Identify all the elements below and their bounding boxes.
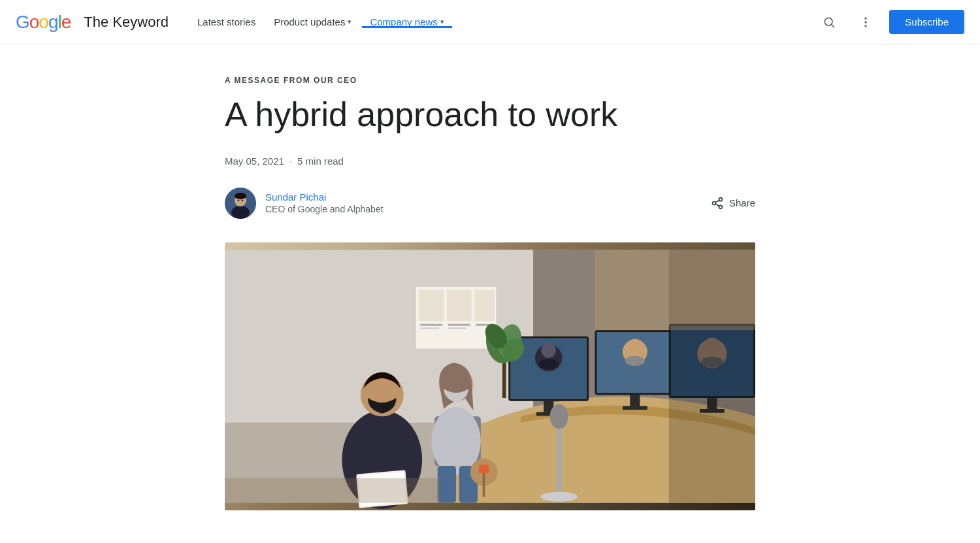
nav-item-company[interactable]: Company news ▾ (362, 16, 451, 27)
svg-point-10 (242, 200, 243, 201)
nav-label-company: Company news (370, 16, 437, 27)
svg-point-9 (238, 200, 239, 201)
meta-separator: · (289, 156, 292, 167)
svg-rect-42 (447, 290, 472, 321)
more-options-button[interactable] (853, 9, 879, 35)
article-read-time: 5 min read (297, 156, 344, 167)
more-vert-icon (859, 16, 872, 29)
author-row: Sundar Pichai CEO of Google and Alphabet… (225, 188, 755, 219)
svg-point-6 (231, 206, 250, 219)
article-hero-image (225, 242, 755, 510)
search-icon (823, 16, 836, 29)
chevron-down-icon: ▾ (348, 18, 351, 26)
svg-rect-32 (623, 406, 647, 410)
svg-point-4 (865, 25, 867, 27)
svg-point-22 (541, 343, 556, 358)
article-date: May 05, 2021 (225, 156, 284, 167)
author-info: Sundar Pichai CEO of Google and Alphabet (225, 188, 384, 219)
svg-point-23 (539, 359, 559, 369)
author-details: Sundar Pichai CEO of Google and Alphabet (265, 191, 384, 214)
svg-line-15 (715, 200, 719, 202)
author-role: CEO of Google and Alphabet (265, 204, 384, 214)
header-left: Google The Keyword Latest stories Produc… (16, 12, 816, 33)
search-button[interactable] (816, 9, 842, 35)
svg-point-0 (825, 18, 833, 25)
svg-line-1 (832, 24, 834, 27)
chevron-down-icon-company: ▾ (440, 18, 444, 26)
site-header: Google The Keyword Latest stories Produc… (0, 0, 980, 44)
svg-line-14 (715, 204, 719, 206)
svg-point-2 (865, 17, 867, 19)
svg-rect-44 (420, 324, 442, 326)
nav-item-latest[interactable]: Latest stories (189, 16, 263, 27)
svg-rect-47 (448, 327, 466, 329)
svg-rect-45 (420, 327, 438, 329)
main-nav: Latest stories Product updates ▾ Company… (189, 16, 452, 27)
article-meta: May 05, 2021 · 5 min read (225, 156, 755, 167)
logo-g: G (16, 12, 29, 33)
share-button[interactable]: Share (711, 197, 755, 210)
svg-rect-41 (419, 290, 444, 321)
avatar (225, 188, 256, 219)
share-icon (711, 197, 724, 210)
nav-label-latest: Latest stories (197, 16, 255, 27)
svg-rect-64 (483, 472, 485, 497)
nav-item-product[interactable]: Product updates ▾ (266, 16, 359, 27)
logo-o2: o (39, 12, 48, 33)
article-content: A MESSAGE FROM OUR CEO A hybrid approach… (209, 44, 771, 536)
hero-scene (225, 242, 755, 510)
author-name[interactable]: Sundar Pichai (265, 191, 384, 203)
avatar-image (225, 188, 256, 219)
share-label: Share (729, 197, 755, 208)
subscribe-button[interactable]: Subscribe (889, 10, 964, 34)
svg-point-8 (235, 193, 246, 199)
article-title: A hybrid approach to work (225, 95, 755, 135)
svg-rect-31 (630, 395, 640, 406)
svg-point-68 (550, 404, 568, 429)
article-category: A MESSAGE FROM OUR CEO (225, 76, 755, 85)
svg-point-67 (540, 491, 578, 501)
logo-e: e (61, 12, 71, 33)
nav-label-product: Product updates (274, 16, 345, 27)
svg-rect-65 (479, 465, 489, 473)
logo-o1: o (29, 12, 39, 33)
svg-point-29 (628, 338, 642, 352)
svg-rect-66 (557, 423, 562, 497)
logo-g2: g (48, 12, 58, 33)
svg-point-3 (865, 21, 867, 23)
svg-rect-71 (595, 250, 755, 330)
svg-rect-46 (448, 324, 470, 326)
svg-rect-43 (474, 290, 494, 321)
header-right: Subscribe (816, 9, 964, 35)
svg-point-30 (625, 356, 645, 366)
svg-rect-69 (225, 478, 440, 503)
google-logo[interactable]: Google (16, 12, 71, 33)
brand-name[interactable]: The Keyword (84, 14, 169, 31)
